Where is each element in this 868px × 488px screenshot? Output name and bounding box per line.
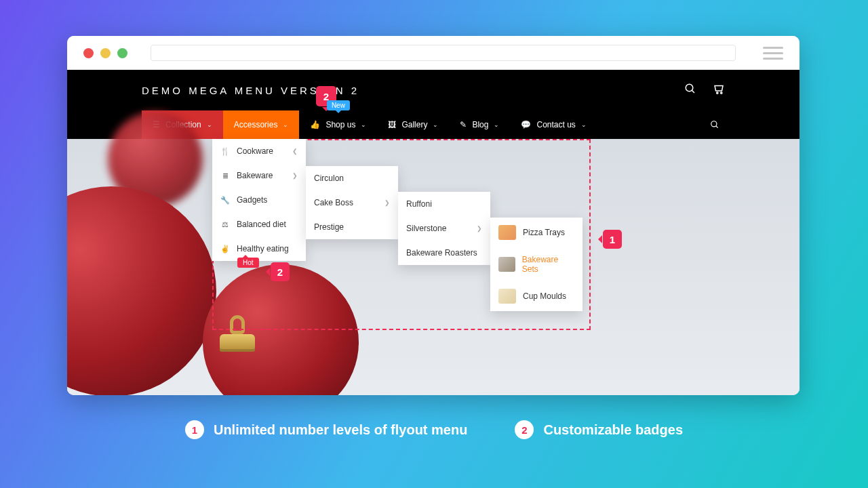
site-header: DEMO MEGA MENU VERSION 2: [67, 70, 800, 110]
hero-area: 🍴Cookware❮ ≣Bakeware❯ 🔧Gadgets ⚖Balanced…: [67, 139, 800, 395]
menu-item-cookware[interactable]: 🍴Cookware❮: [212, 139, 306, 163]
chat-icon: 💬: [521, 120, 531, 129]
image-icon: 🖼: [388, 120, 396, 129]
menu-item-moulds[interactable]: Cup Moulds: [490, 281, 583, 311]
nav-shop[interactable]: New 👍 Shop us ⌄: [299, 110, 377, 139]
menu-label: Bakeware Sets: [522, 255, 574, 274]
menu-label: Healthy eating: [237, 244, 289, 253]
chevron-down-icon: ⌄: [433, 121, 438, 128]
menu-item-silverstone[interactable]: Silverstone❯: [398, 216, 490, 241]
menu-label: Circulon: [314, 174, 344, 183]
new-badge: New: [327, 100, 350, 110]
menu-label: Balanced diet: [237, 220, 286, 229]
thumbs-up-icon: 👍: [310, 120, 320, 129]
ornament-cap: [217, 341, 258, 352]
hamburger-icon[interactable]: [763, 47, 783, 60]
thumbnail: [498, 225, 516, 240]
chevron-down-icon: ⌄: [361, 121, 366, 128]
nav-blog[interactable]: ✎ Blog ⌄: [449, 110, 510, 139]
peace-icon: ✌: [220, 245, 230, 253]
svg-line-1: [692, 90, 694, 93]
menu-label: Bakeware: [237, 171, 273, 180]
menu-label: Prestige: [314, 222, 344, 232]
close-dot[interactable]: [83, 48, 94, 58]
browser-chrome: [67, 36, 800, 70]
chevron-down-icon: ⌄: [581, 121, 587, 128]
menu-item-gadgets[interactable]: 🔧Gadgets: [212, 188, 306, 212]
url-bar[interactable]: [151, 45, 736, 61]
menu-label: Silverstone: [406, 224, 446, 233]
legend-text: Customizable badges: [543, 422, 683, 438]
menu-label: Cookware: [237, 146, 273, 156]
minimize-dot[interactable]: [100, 48, 111, 58]
svg-line-5: [716, 126, 718, 128]
legend: 1Unlimited number levels of flyout menu …: [0, 420, 868, 439]
svg-point-0: [686, 84, 693, 92]
menu-label: Cake Boss: [314, 198, 353, 207]
nav-label: Gallery: [401, 120, 427, 129]
menu-item-sets[interactable]: Bakeware Sets: [490, 247, 583, 281]
chevron-right-icon: ❯: [477, 225, 482, 232]
nav-contact[interactable]: 💬 Contact us ⌄: [510, 110, 597, 139]
svg-point-2: [717, 92, 718, 94]
scale-icon: ⚖: [220, 220, 230, 229]
chevron-right-icon: ❯: [292, 172, 298, 179]
thumbnail: [498, 257, 515, 272]
nav-gallery[interactable]: 🖼 Gallery ⌄: [377, 110, 449, 139]
chevron-down-icon: ⌄: [283, 121, 288, 128]
submenu-level-1: 🍴Cookware❮ ≣Bakeware❯ 🔧Gadgets ⚖Balanced…: [212, 139, 306, 261]
chevron-right-icon: ❮: [292, 148, 298, 155]
layers-icon: ≣: [220, 171, 230, 180]
nav-accessories[interactable]: Accessories ⌄: [223, 110, 300, 139]
ornament-bg: [203, 264, 359, 395]
ornament-bg: [67, 186, 216, 395]
menu-item-prestige[interactable]: Prestige: [306, 215, 398, 239]
menu-item-bakeware[interactable]: ≣Bakeware❯: [212, 163, 306, 188]
cart-icon[interactable]: [713, 83, 725, 98]
legend-item-1: 1Unlimited number levels of flyout menu: [185, 420, 468, 439]
legend-text: Unlimited number levels of flyout menu: [214, 422, 468, 438]
chevron-down-icon: ⌄: [207, 121, 212, 128]
submenu-level-3: Ruffoni Silverstone❯ Bakeware Roasters: [398, 192, 490, 265]
submenu-level-2: Circulon Cake Boss❯ Prestige: [306, 166, 398, 239]
menu-label: Cup Moulds: [523, 291, 566, 301]
menu-item-cakeboss[interactable]: Cake Boss❯: [306, 190, 398, 215]
callout-badge-2: 2: [271, 262, 290, 281]
menu-item-ruffoni[interactable]: Ruffoni: [398, 192, 490, 216]
pencil-icon: ✎: [460, 120, 467, 129]
callout-badge-1: 1: [603, 230, 622, 249]
legend-num: 1: [185, 420, 204, 439]
menu-item-pizza[interactable]: Pizza Trays: [490, 218, 583, 247]
search-icon[interactable]: [684, 83, 696, 98]
thumbnail: [498, 289, 516, 304]
menu-item-roasters[interactable]: Bakeware Roasters: [398, 241, 490, 265]
nav-label: Shop us: [326, 120, 355, 129]
menu-item-balanced[interactable]: ⚖Balanced diet: [212, 212, 306, 237]
browser-frame: DEMO MEGA MENU VERSION 2 2 ☰ Collection …: [67, 36, 800, 395]
maximize-dot[interactable]: [117, 48, 127, 58]
menu-item-healthy[interactable]: ✌Healthy eating Hot: [212, 237, 306, 261]
menu-label: Ruffoni: [406, 199, 432, 209]
nav-search-icon[interactable]: [710, 110, 725, 139]
nav-label: Contact us: [536, 120, 575, 129]
menu-label: Gadgets: [237, 195, 267, 205]
nav-label: Blog: [472, 120, 488, 129]
submenu-level-4: Pizza Trays Bakeware Sets Cup Moulds: [490, 218, 583, 311]
menu-label: Pizza Trays: [523, 228, 565, 237]
window-controls: [83, 48, 127, 58]
legend-item-2: 2Customizable badges: [515, 420, 683, 439]
wrench-icon: 🔧: [220, 196, 230, 205]
chevron-down-icon: ⌄: [494, 121, 499, 128]
nav-label: Accessories: [234, 120, 278, 129]
svg-point-3: [721, 92, 722, 94]
utensils-icon: 🍴: [220, 147, 230, 156]
svg-point-4: [711, 121, 717, 127]
menu-item-circulon[interactable]: Circulon: [306, 166, 398, 190]
chevron-right-icon: ❯: [384, 199, 390, 206]
menu-label: Bakeware Roasters: [406, 248, 477, 258]
hot-badge: Hot: [237, 258, 259, 268]
legend-num: 2: [515, 420, 534, 439]
